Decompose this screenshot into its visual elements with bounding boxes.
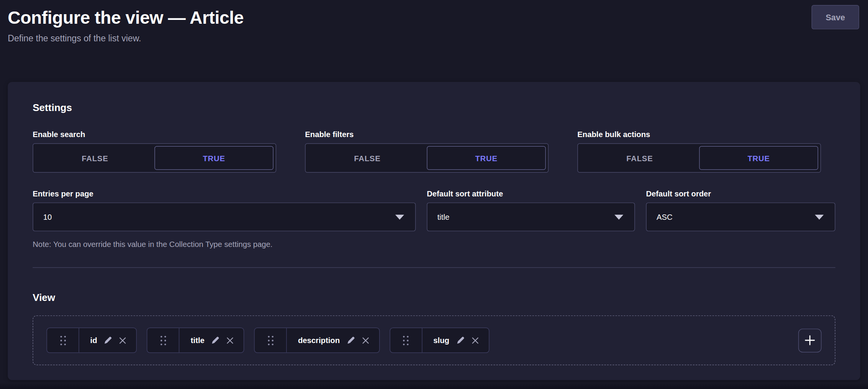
pencil-icon bbox=[457, 337, 464, 344]
chip-body: title bbox=[180, 328, 244, 353]
enable-bulk-actions-field: Enable bulk actions FALSE TRUE bbox=[577, 129, 821, 173]
view-fields-dropzone: id title bbox=[33, 315, 835, 365]
enable-bulk-actions-toggle[interactable]: FALSE TRUE bbox=[577, 143, 821, 173]
enable-search-true-option[interactable]: TRUE bbox=[154, 146, 274, 170]
plus-icon bbox=[804, 334, 816, 347]
field-chip-label: description bbox=[298, 336, 340, 345]
drag-dots-icon bbox=[403, 335, 409, 345]
enable-search-false-option[interactable]: FALSE bbox=[35, 146, 154, 170]
enable-filters-false-option[interactable]: FALSE bbox=[308, 146, 427, 170]
default-sort-order-label: Default sort order bbox=[646, 188, 835, 199]
save-button[interactable]: Save bbox=[812, 5, 859, 29]
settings-heading: Settings bbox=[33, 101, 835, 114]
enable-search-field: Enable search FALSE TRUE bbox=[33, 129, 276, 173]
enable-filters-field: Enable filters FALSE TRUE bbox=[305, 129, 549, 173]
pencil-icon bbox=[104, 337, 112, 344]
default-sort-order-field: Default sort order ASC bbox=[646, 188, 835, 231]
configure-view-page: Configure the view — Article Define the … bbox=[0, 0, 868, 389]
field-chip-slug[interactable]: slug bbox=[390, 328, 489, 353]
edit-field-button[interactable] bbox=[457, 337, 464, 344]
edit-field-button[interactable] bbox=[347, 337, 355, 344]
drag-dots-icon bbox=[268, 335, 273, 345]
entries-per-page-value: 10 bbox=[43, 212, 52, 221]
default-sort-order-value: ASC bbox=[657, 212, 673, 221]
default-sort-attribute-value: title bbox=[437, 212, 449, 221]
x-icon bbox=[472, 337, 479, 344]
caret-down-icon bbox=[395, 214, 404, 219]
drag-handle[interactable] bbox=[147, 328, 180, 353]
field-chip-title[interactable]: title bbox=[147, 328, 244, 353]
drag-handle[interactable] bbox=[255, 328, 287, 353]
default-sort-attribute-label: Default sort attribute bbox=[427, 188, 635, 199]
chip-body: id bbox=[79, 328, 137, 353]
entries-note: Note: You can override this value in the… bbox=[33, 239, 835, 250]
page-header: Configure the view — Article Define the … bbox=[0, 0, 868, 44]
view-heading: View bbox=[33, 291, 835, 304]
field-chip-id[interactable]: id bbox=[46, 328, 137, 353]
enable-filters-true-option[interactable]: TRUE bbox=[427, 146, 546, 170]
screenshot-viewport: Configure the view — Article Define the … bbox=[0, 0, 868, 389]
drag-dots-icon bbox=[60, 335, 66, 345]
entries-per-page-select[interactable]: 10 bbox=[33, 203, 416, 231]
field-chip-list: id title bbox=[46, 328, 821, 353]
x-icon bbox=[119, 337, 126, 344]
field-chip-label: id bbox=[90, 336, 97, 345]
edit-field-button[interactable] bbox=[212, 337, 219, 344]
page-subtitle: Define the settings of the list view. bbox=[8, 33, 859, 44]
remove-field-button[interactable] bbox=[362, 337, 369, 344]
enable-bulk-actions-false-option[interactable]: FALSE bbox=[580, 146, 699, 170]
remove-field-button[interactable] bbox=[119, 337, 126, 344]
bottom-shade bbox=[0, 382, 868, 389]
caret-down-icon bbox=[815, 214, 824, 219]
field-chip-label: title bbox=[191, 336, 205, 345]
add-field-button[interactable] bbox=[798, 329, 822, 352]
field-chip-label: slug bbox=[433, 336, 449, 345]
toggles-row: Enable search FALSE TRUE Enable filters … bbox=[33, 129, 835, 173]
page-title: Configure the view — Article bbox=[8, 7, 859, 29]
default-sort-order-select[interactable]: ASC bbox=[646, 203, 835, 231]
drag-handle[interactable] bbox=[390, 328, 423, 353]
entries-per-page-label: Entries per page bbox=[33, 188, 416, 199]
default-sort-attribute-select[interactable]: title bbox=[427, 203, 635, 231]
enable-search-label: Enable search bbox=[33, 129, 276, 140]
field-chip-description[interactable]: description bbox=[254, 328, 380, 353]
drag-dots-icon bbox=[160, 335, 166, 345]
enable-filters-label: Enable filters bbox=[305, 129, 549, 140]
edit-field-button[interactable] bbox=[104, 337, 112, 344]
selects-row: Entries per page 10 Default sort attribu… bbox=[33, 188, 835, 231]
caret-down-icon bbox=[614, 214, 623, 219]
remove-field-button[interactable] bbox=[227, 337, 234, 344]
section-divider bbox=[33, 267, 835, 268]
remove-field-button[interactable] bbox=[472, 337, 479, 344]
enable-bulk-actions-label: Enable bulk actions bbox=[577, 129, 821, 140]
enable-bulk-actions-true-option[interactable]: TRUE bbox=[699, 146, 818, 170]
pencil-icon bbox=[347, 337, 355, 344]
x-icon bbox=[227, 337, 234, 344]
enable-filters-toggle[interactable]: FALSE TRUE bbox=[305, 143, 549, 173]
pencil-icon bbox=[212, 337, 219, 344]
enable-search-toggle[interactable]: FALSE TRUE bbox=[33, 143, 276, 173]
default-sort-attribute-field: Default sort attribute title bbox=[427, 188, 635, 231]
entries-per-page-field: Entries per page 10 bbox=[33, 188, 416, 231]
chip-body: slug bbox=[422, 328, 488, 353]
x-icon bbox=[362, 337, 369, 344]
settings-card: Settings Enable search FALSE TRUE Enable… bbox=[8, 82, 860, 380]
drag-handle[interactable] bbox=[47, 328, 79, 353]
chip-body: description bbox=[287, 328, 379, 353]
